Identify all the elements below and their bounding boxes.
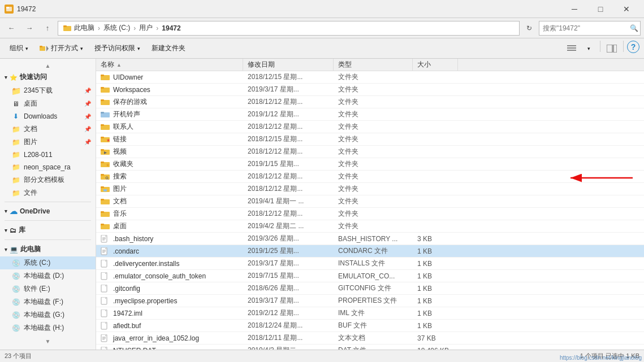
search-input[interactable] — [543, 24, 628, 32]
table-row[interactable]: 文档 2019/4/1 星期一 ... 文件夹 — [96, 195, 644, 208]
table-row[interactable]: 桌面 2019/4/2 星期二 ... 文件夹 — [96, 220, 644, 233]
table-row[interactable]: 19472.iml 2019/2/12 星期... IML 文件 1 KB — [96, 307, 644, 320]
sidebar-item-l208-label: L208-011 — [24, 151, 53, 159]
access-button[interactable]: 授予访问权限 ▾ — [89, 41, 145, 56]
sidebar-item-templates[interactable]: 📁 部分文档模板 — [0, 173, 96, 186]
table-row[interactable]: afiedt.buf 2018/12/24 星期... BUF 文件 1 KB — [96, 320, 644, 332]
computer-header[interactable]: ▾ 💻 此电脑 — [0, 242, 96, 256]
file-type-cell: 文件夹 — [334, 134, 413, 144]
preview-icon — [607, 45, 617, 53]
view-details-button[interactable] — [564, 41, 580, 56]
file-name-cell: .myeclipse.properties — [96, 297, 243, 305]
sidebar-scroll-down[interactable]: ▼ — [0, 337, 96, 346]
organize-label: 组织 — [10, 43, 23, 53]
sidebar-item-pictures[interactable]: 📁 图片 📌 — [0, 136, 96, 149]
sidebar-item-files[interactable]: 📁 文件 — [0, 186, 96, 199]
help-button[interactable]: ? — [627, 41, 639, 53]
table-row[interactable]: NTUSER.DAT 2019/4/2 星期二 ... DAT 文件 10,49… — [96, 344, 644, 350]
sidebar-drive-c[interactable]: 💿 系统 (C:) — [0, 256, 96, 269]
open-icon — [40, 45, 49, 53]
folder-icon — [101, 198, 110, 206]
library-icon: 🗂 — [10, 226, 16, 234]
sidebar-drive-g[interactable]: 💿 本地磁盘 (G:) — [0, 308, 96, 321]
col-header-type[interactable]: 类型 — [334, 59, 413, 71]
open-with-button[interactable]: 打开方式 ▾ — [34, 41, 88, 56]
table-row[interactable]: .emulator_console_auth_token 2019/7/15 星… — [96, 270, 644, 282]
quick-access-header[interactable]: ▾ 快速访问 — [0, 70, 96, 84]
address-part-4[interactable]: 19472 — [162, 24, 180, 32]
table-row[interactable]: 图片 2018/12/12 星期... 文件夹 — [96, 183, 644, 195]
sidebar-item-2345[interactable]: 📁 2345下载 📌 — [0, 84, 96, 97]
table-row[interactable]: 联系人 2018/12/12 星期... 文件夹 — [96, 121, 644, 133]
table-row[interactable]: ★ 链接 2018/12/15 星期... 文件夹 — [96, 133, 644, 146]
table-row[interactable]: ★ 收藏夹 2019/1/15 星期... 文件夹 — [96, 158, 644, 171]
library-header[interactable]: ▾ 🗂 库 — [0, 223, 96, 237]
table-row[interactable]: 开机铃声 2019/1/12 星期... 文件夹 — [96, 108, 644, 121]
sidebar-item-neon[interactable]: 📁 neon_space_ra — [0, 161, 96, 173]
col-header-name[interactable]: 名称 ▲ — [96, 59, 243, 71]
sidebar-item-downloads[interactable]: ⬇ Downloads 📌 — [0, 110, 96, 123]
table-row[interactable]: .gitconfig 2018/6/26 星期... GITCONFIG 文件 … — [96, 282, 644, 295]
table-row[interactable]: 搜索 2018/12/12 星期... 文件夹 — [96, 171, 644, 183]
open-label: 打开方式 — [51, 43, 78, 53]
file-date-cell: 2018/12/12 星期... — [243, 184, 334, 194]
back-button[interactable]: ← — [3, 20, 19, 36]
organize-button[interactable]: 组织 ▾ — [5, 41, 33, 56]
file-name-cell: 保存的游戏 — [96, 97, 243, 107]
address-part-3[interactable]: 用户 — [139, 23, 153, 33]
file-iml-icon — [101, 309, 110, 317]
col-header-date[interactable]: 修改日期 — [243, 59, 334, 71]
table-row[interactable]: .myeclipse.properties 2019/3/17 星期... PR… — [96, 295, 644, 307]
close-button[interactable]: ✕ — [613, 0, 639, 18]
table-row[interactable]: .deliverycenter.installs 2019/3/17 星期...… — [96, 258, 644, 270]
sidebar-onedrive: ▾ ☁ OneDrive — [0, 204, 96, 218]
address-bar[interactable]: 此电脑 › 系统 (C:) › 用户 › 19472 — [58, 21, 520, 36]
file-size-cell: 1 KB — [413, 247, 458, 255]
table-row[interactable]: 保存的游戏 2018/12/12 星期... 文件夹 — [96, 96, 644, 108]
col-header-size[interactable]: 大小 — [413, 59, 458, 71]
pin-icon-desktop: 📌 — [84, 101, 91, 107]
up-button[interactable]: ↑ — [40, 20, 55, 36]
forward-button[interactable]: → — [21, 20, 37, 36]
sidebar-scroll-up[interactable]: ▲ — [0, 61, 96, 70]
view-dropdown-button[interactable]: ▾ — [581, 41, 597, 56]
sidebar-drive-f[interactable]: 💿 本地磁盘 (F:) — [0, 295, 96, 308]
sidebar-drive-e[interactable]: 💿 软件 (E:) — [0, 282, 96, 295]
file-type-cell: 文件夹 — [334, 97, 413, 107]
sidebar-drive-h[interactable]: 💿 本地磁盘 (H:) — [0, 321, 96, 334]
table-row[interactable]: .bash_history 2019/3/26 星期... BASH_HISTO… — [96, 233, 644, 245]
table-row[interactable]: UIDowner 2018/12/15 星期... 文件夹 — [96, 71, 644, 84]
col-name-label: 名称 — [101, 60, 114, 69]
table-row[interactable]: 音乐 2018/12/12 星期... 文件夹 — [96, 208, 644, 220]
table-row[interactable]: Workspaces 2019/3/17 星期... 文件夹 — [96, 84, 644, 96]
address-part-2[interactable]: 系统 (C:) — [103, 23, 130, 33]
minimize-button[interactable]: ─ — [561, 0, 587, 18]
table-row-selected[interactable]: .condarc 2019/1/25 星期... CONDARC 文件 1 KB — [96, 245, 644, 258]
file-date-cell: 2018/12/15 星期... — [243, 72, 334, 82]
pin-icon-downloads: 📌 — [84, 114, 91, 120]
file-date-cell: 2019/4/2 星期二 ... — [243, 221, 334, 231]
address-part-1[interactable]: 此电脑 — [74, 23, 94, 33]
sidebar-divider-1 — [5, 202, 91, 202]
sidebar-item-desktop[interactable]: 🖥 桌面 📌 — [0, 97, 96, 110]
refresh-button[interactable]: ↻ — [522, 21, 537, 36]
new-folder-button[interactable]: 新建文件夹 — [146, 41, 191, 56]
title-bar: 19472 ─ □ ✕ — [0, 0, 644, 18]
sidebar-item-docs[interactable]: 📁 文档 📌 — [0, 123, 96, 136]
onedrive-header[interactable]: ▾ ☁ OneDrive — [0, 204, 96, 218]
sidebar-item-files-label: 文件 — [24, 188, 37, 198]
drive-d-icon: 💿 — [11, 272, 20, 281]
sidebar-item-docs-label: 文档 — [24, 124, 37, 134]
maximize-button[interactable]: □ — [587, 0, 613, 18]
folder-address-icon — [63, 24, 72, 33]
preview-pane-button[interactable] — [604, 41, 620, 56]
table-row[interactable]: 视频 2018/12/12 星期... 文件夹 — [96, 146, 644, 158]
file-name-cell: 19472.iml — [96, 309, 243, 317]
file-name-cell: 联系人 — [96, 122, 243, 132]
file-type-cell: 文件夹 — [334, 209, 413, 219]
drive-g-icon: 💿 — [11, 311, 20, 320]
sidebar-drive-d[interactable]: 💿 本地磁盘 (D:) — [0, 269, 96, 282]
sidebar-item-l208[interactable]: 📁 L208-011 — [0, 149, 96, 161]
table-row[interactable]: java_error_in_idea_1052.log 2018/12/11 星… — [96, 332, 644, 344]
file-name-cell: 音乐 — [96, 209, 243, 219]
